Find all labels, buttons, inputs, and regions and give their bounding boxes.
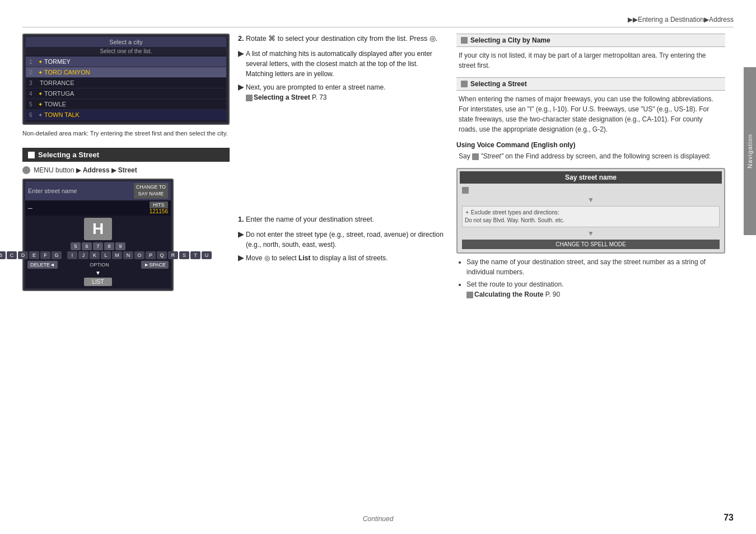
change-to-say-name-btn[interactable]: CHANGE TOSAY NAME: [134, 183, 168, 198]
number-row: 5 6 7 8 9: [27, 242, 169, 250]
bullet-1: ▶ A list of matching hits is automatical…: [238, 49, 445, 79]
list-item[interactable]: 4 ✦ TORTUGA: [26, 88, 226, 99]
say-street-screen: Say street name ▼ ✦ Exclude street types…: [456, 168, 725, 254]
change-to-spell-btn[interactable]: CHANGE TO SPELL MODE: [462, 240, 720, 249]
street-screen-header: Enter street name CHANGE TOSAY NAME: [25, 181, 171, 200]
street-input-area: – HITS 121156: [25, 200, 171, 216]
breadcrumb: ▶▶Entering a Destination▶Address: [628, 16, 734, 24]
arrow-down: ▼: [27, 270, 169, 276]
city-by-name-header: Selecting a City by Name: [456, 34, 725, 47]
ref-icon: [466, 292, 473, 298]
section-icon: [461, 37, 468, 44]
voice-command-title: Using Voice Command (English only): [456, 141, 725, 149]
mid-column: 2. Rotate ⌘ to select your destination c…: [238, 34, 445, 269]
list-item[interactable]: 3 TORRANCE: [26, 78, 226, 88]
city-by-name-body: If your city is not listed, it may be pa…: [456, 50, 725, 71]
option-label: OPTION: [90, 262, 109, 268]
page-header: ▶▶Entering a Destination▶Address: [628, 16, 734, 24]
step-1: 1. Enter the name of your destination st…: [238, 214, 445, 263]
voice-icon: [472, 153, 479, 160]
caption-text: Non-detailed area mark: Try entering the…: [22, 129, 230, 138]
voice-command-intro: Say "Street" on the Find address by scre…: [456, 151, 725, 161]
select-city-screen: Select a city Select one of the list. 1 …: [22, 34, 230, 125]
voice-bullet-2: Set the route to your destination. Calcu…: [466, 279, 725, 299]
main-content: Select a city Select one of the list. 1 …: [22, 34, 739, 512]
right-column: Selecting a City by Name If your city is…: [456, 34, 725, 302]
step-2-text: 2. Rotate ⌘ to select your destination c…: [238, 34, 445, 44]
step1-bullet-1: ▶ Do not enter the street type (e.g., st…: [238, 229, 445, 250]
menu-path: MENU button ▶ Address ▶ Street: [22, 166, 230, 174]
say-screen-title: Say street name: [460, 171, 722, 184]
step-1-text: 1. Enter the name of your destination st…: [238, 214, 445, 225]
menu-icon: [22, 166, 30, 174]
list-btn[interactable]: LIST: [84, 278, 112, 286]
page-number: 73: [724, 513, 734, 523]
list-item[interactable]: 6 ✦ TOWN TALK: [26, 110, 226, 120]
top-rule: [22, 27, 734, 27]
keyboard-bottom-row: DELETE◄ OPTION ►SPACE: [27, 261, 169, 269]
arrow-down-gray: ▼: [460, 196, 722, 204]
screen-title: Select a city: [26, 37, 226, 47]
arrow-down-gray-2: ▼: [460, 229, 722, 237]
bullet-2: ▶ Next, you are prompted to enter a stre…: [238, 82, 445, 102]
section-title: Selecting a Street: [38, 151, 99, 159]
selecting-street-right-title: Selecting a Street: [470, 80, 527, 88]
section-icon-2: [461, 81, 468, 87]
list-item[interactable]: 5 ✦ TOWLE: [26, 99, 226, 110]
letter-row-1: A B C D E F G I J K L M N O P Q: [27, 251, 169, 259]
voice-bullets: Say the name of your destination street,…: [461, 257, 725, 299]
left-column: Select a city Select one of the list. 1 …: [22, 34, 230, 291]
selecting-street-header: Selecting a Street: [22, 148, 230, 162]
nav-sidebar: Navigation: [744, 67, 756, 235]
section-icon: [28, 152, 35, 158]
step-1-wrapper: 1. Enter the name of your destination st…: [238, 214, 445, 263]
step-2: 2. Rotate ⌘ to select your destination c…: [238, 34, 445, 102]
screen-subtitle: Select one of the list.: [26, 47, 226, 55]
hits-count: 121156: [150, 208, 168, 214]
space-btn[interactable]: ►SPACE: [141, 261, 169, 269]
city-list: 1 ✦ TORMEY 2 ✦ TORO CANYON 3 TORRANCE 4 …: [26, 55, 226, 121]
keyboard-area: H 5 6 7 8 9 A B C D E F G I: [25, 216, 171, 288]
nav-sidebar-label: Navigation: [746, 134, 753, 168]
enter-street-screen: Enter street name CHANGE TOSAY NAME – HI…: [22, 179, 174, 291]
voice-bullet-1: Say the name of your destination street,…: [466, 257, 725, 277]
list-item[interactable]: 2 ✦ TORO CANYON: [26, 67, 226, 78]
say-screen-note: ✦ Exclude street types and directions: D…: [462, 206, 720, 227]
hits-label: HITS: [150, 202, 168, 208]
selecting-street-body: When entering the names of major freeway…: [456, 94, 725, 134]
step1-bullet-2: ▶ Move ◎ to select List to display a lis…: [238, 253, 445, 263]
selecting-street-right-header: Selecting a Street: [456, 77, 725, 91]
list-item[interactable]: 1 ✦ TORMEY: [26, 57, 226, 67]
say-screen-mic: [460, 186, 722, 195]
current-letter-display: H: [84, 218, 112, 240]
city-by-name-title: Selecting a City by Name: [470, 36, 550, 44]
delete-btn[interactable]: DELETE◄: [27, 261, 58, 269]
mic-icon: [462, 187, 469, 194]
street-screen-title: Enter street name: [28, 188, 77, 194]
continued-label: Continued: [363, 515, 394, 523]
